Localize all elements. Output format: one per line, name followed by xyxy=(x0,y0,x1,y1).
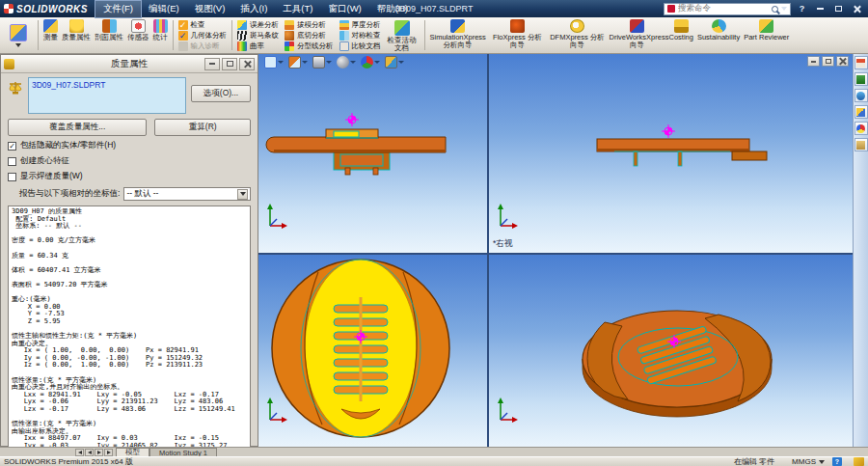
evaluate-toolbar: 测量 质量属性 剖面属性 传感器 统计 检查 几何体分析 输入诊断 xyxy=(0,17,868,54)
mass-properties-report[interactable]: 3D09_H07 的质量属性 配置: Default 坐标系: -- 默认 --… xyxy=(8,206,251,460)
search-caret-icon[interactable] xyxy=(781,7,787,11)
costing-button[interactable]: Costing xyxy=(667,18,695,52)
document-window-controls xyxy=(807,56,849,67)
maximize-icon xyxy=(227,61,233,67)
create-com-checkbox[interactable] xyxy=(8,157,16,166)
statistics-button[interactable]: 统计 xyxy=(151,18,170,52)
check-icon xyxy=(178,20,188,30)
geometry-analysis-button[interactable]: 几何体分析 xyxy=(176,31,230,41)
tab-prev-button[interactable] xyxy=(85,449,94,456)
menu-file[interactable]: 文件(F) xyxy=(95,1,141,17)
menu-edit[interactable]: 编辑(E) xyxy=(141,1,187,17)
coordinate-dropdown[interactable]: -- 默认 -- xyxy=(123,187,251,201)
options-button[interactable]: 选项(O)... xyxy=(191,85,251,102)
edit-appearance-button[interactable] xyxy=(385,56,404,69)
chevron-down-icon xyxy=(278,61,284,64)
dialog-minimize-button[interactable] xyxy=(204,58,220,70)
tab-file-explorer[interactable] xyxy=(854,89,868,102)
driveworksxpress-button[interactable]: DriveWorksXpress 向导 xyxy=(608,18,667,52)
thickness-analysis-button[interactable]: 厚度分析 xyxy=(338,19,383,30)
symmetry-check-button[interactable]: 对称检查 xyxy=(338,30,383,41)
view-orientation-button[interactable] xyxy=(312,56,332,69)
sensor-button[interactable]: 传感器 xyxy=(125,18,151,52)
tab-model[interactable]: 模型 xyxy=(116,448,149,456)
zoom-to-fit-button[interactable] xyxy=(264,56,284,69)
orientation-triad-icon xyxy=(263,395,288,425)
tools-flyout-button[interactable] xyxy=(2,18,35,52)
menu-view[interactable]: 视图(V) xyxy=(187,1,233,17)
deviation-analysis-button[interactable]: 误差分析 xyxy=(235,19,281,30)
menu-help[interactable]: 帮助(H) xyxy=(369,1,416,17)
minimize-button[interactable] xyxy=(813,3,827,14)
document-list-box[interactable]: 3D09_H07.SLDPRT xyxy=(28,77,186,114)
simulationxpress-button[interactable]: SimulationXpress 分析向导 xyxy=(428,18,488,52)
hide-show-items-button[interactable] xyxy=(361,56,380,69)
doc-close-button[interactable] xyxy=(836,56,849,67)
floxpress-button[interactable]: FloXpress 分析向导 xyxy=(488,18,548,52)
menu-tools[interactable]: 工具(T) xyxy=(275,1,320,17)
display-style-button[interactable] xyxy=(337,56,356,69)
part-side-view xyxy=(258,54,487,253)
weld-bead-checkbox[interactable] xyxy=(8,173,16,181)
mass-properties-icon xyxy=(4,59,14,69)
import-diagnostics-button[interactable]: 输入诊断 xyxy=(176,41,230,51)
curvature-button[interactable]: 曲率 xyxy=(235,41,281,51)
tab-design-library[interactable] xyxy=(854,72,868,86)
coordinate-label: 报告与以下项相对的坐标值: xyxy=(19,188,120,200)
viewport-bottom-left[interactable] xyxy=(258,255,487,447)
tab-custom-properties[interactable] xyxy=(854,138,868,151)
recalculate-button[interactable]: 重算(R) xyxy=(154,119,251,136)
chevron-down-icon xyxy=(350,61,356,64)
undercut-analysis-button[interactable]: 底切分析 xyxy=(283,30,336,41)
compare-documents-button[interactable]: 比较文档 xyxy=(338,41,383,51)
quick-tips-button[interactable]: ? xyxy=(832,457,842,466)
tab-first-button[interactable] xyxy=(75,449,84,456)
viewport-top-left[interactable] xyxy=(258,54,487,253)
tab-nav-buttons xyxy=(0,448,116,456)
dfmxpress-button[interactable]: DFMXpress 分析向导 xyxy=(548,18,608,52)
sustainability-button[interactable]: Sustainability xyxy=(695,18,742,52)
dialog-close-button[interactable] xyxy=(239,58,255,70)
menu-insert[interactable]: 插入(I) xyxy=(232,1,275,17)
menu-window[interactable]: 窗口(W) xyxy=(320,1,368,17)
close-icon xyxy=(839,58,846,65)
part-reviewer-button[interactable]: Part Reviewer xyxy=(742,18,791,52)
viewport-top-right[interactable]: *右视 xyxy=(489,54,853,253)
tab-solidworks-resources[interactable] xyxy=(854,56,868,69)
search-icon[interactable] xyxy=(772,6,778,13)
units-dropdown[interactable]: MMGS xyxy=(784,457,832,466)
tab-motion-study[interactable]: Motion Study 1 xyxy=(149,448,217,456)
restore-button[interactable] xyxy=(831,3,846,14)
mass-properties-button[interactable]: 质量属性 xyxy=(60,18,93,52)
draft-analysis-button[interactable]: 拔模分析 xyxy=(283,19,336,30)
dropdown-button[interactable] xyxy=(237,189,248,200)
tab-view-palette[interactable] xyxy=(854,105,868,119)
tab-next-button[interactable] xyxy=(95,449,103,456)
include-hidden-checkbox[interactable]: ✓ xyxy=(8,142,16,151)
help-button[interactable]: ? xyxy=(795,3,809,14)
check-active-document-button[interactable]: 检查活动文档 xyxy=(383,18,421,52)
deviation-analysis-icon xyxy=(237,20,247,30)
section-properties-button[interactable]: 剖面属性 xyxy=(93,18,125,52)
viewport-isometric[interactable] xyxy=(489,255,853,447)
customize-icon[interactable] xyxy=(854,457,864,466)
tab-appearances[interactable] xyxy=(854,122,868,135)
check-button[interactable]: 检查 xyxy=(176,20,230,30)
measure-button[interactable]: 测量 xyxy=(41,18,60,52)
section-view-button[interactable] xyxy=(288,56,308,69)
search-command-input[interactable]: 搜索命令 xyxy=(664,3,791,15)
doc-restore-button[interactable] xyxy=(822,56,834,67)
doc-minimize-button[interactable] xyxy=(807,56,820,67)
dialog-maximize-button[interactable] xyxy=(222,58,237,70)
parting-line-analysis-button[interactable]: 分型线分析 xyxy=(283,41,336,51)
override-mass-properties-button[interactable]: 覆盖质量属性... xyxy=(8,119,147,136)
graphics-area[interactable]: *右视 xyxy=(258,54,853,447)
section-view-icon xyxy=(288,56,301,69)
close-button[interactable] xyxy=(850,3,864,14)
tab-last-button[interactable] xyxy=(104,449,113,456)
dialog-title-bar[interactable]: 质量属性 xyxy=(1,55,258,73)
part-reviewer-icon xyxy=(759,19,773,33)
zebra-stripes-button[interactable]: 斑马条纹 xyxy=(235,30,281,41)
selected-document[interactable]: 3D09_H07.SLDPRT xyxy=(32,80,105,90)
scale-icon xyxy=(8,80,23,96)
